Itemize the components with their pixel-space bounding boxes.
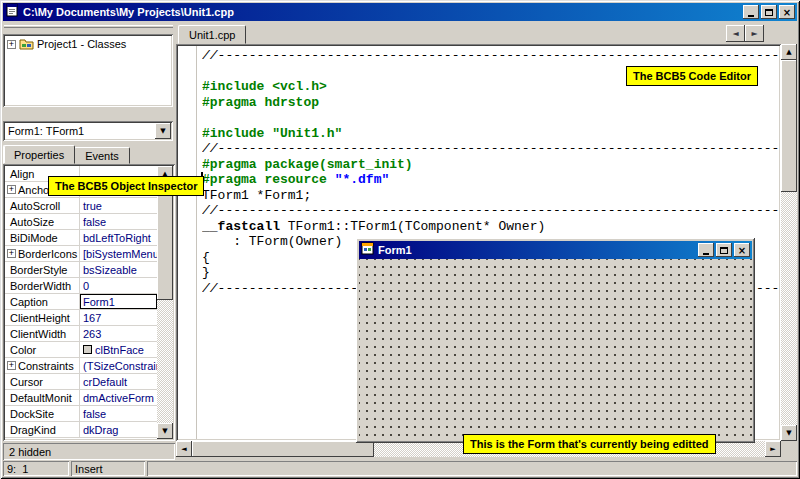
property-value[interactable]: bdLeftToRight	[80, 230, 157, 245]
property-value[interactable]: clBtnFace	[80, 342, 157, 357]
property-row[interactable]: +BorderIcons[biSystemMenu	[5, 246, 157, 262]
property-row[interactable]: ClientWidth263	[5, 326, 157, 342]
title-bar[interactable]: C:\My Documents\My Projects\Unit1.cpp ×	[3, 3, 797, 21]
property-row[interactable]: ColorclBtnFace	[5, 342, 157, 358]
editor-vertical-scrollbar[interactable]: ▲ ▼	[781, 44, 797, 441]
property-name[interactable]: BiDiMode	[5, 230, 80, 245]
minimize-button[interactable]	[743, 5, 759, 19]
property-name[interactable]: Caption	[5, 294, 80, 309]
browse-back-button[interactable]: ◄	[726, 25, 745, 42]
property-name-label: ClientWidth	[10, 328, 66, 340]
property-value[interactable]: 263	[80, 326, 157, 341]
code-line: //--------------------------------------…	[202, 141, 779, 157]
form-designer-window[interactable]: Form1 ×	[356, 238, 755, 443]
property-row[interactable]: AutoSizefalse	[5, 214, 157, 230]
expand-icon[interactable]: +	[7, 249, 16, 258]
form-maximize-button[interactable]	[716, 243, 732, 257]
tooltip-code-editor: The BCB5 Code Editor	[626, 66, 758, 86]
object-selector-value: Form1: TForm1	[8, 125, 155, 137]
tooltip-object-inspector: The BCB5 Object Inspector	[48, 176, 204, 196]
property-name[interactable]: DockSite	[5, 406, 80, 421]
scroll-down-icon[interactable]: ▼	[781, 425, 797, 441]
scrollbar-thumb[interactable]	[781, 60, 797, 192]
scroll-right-icon[interactable]: ►	[765, 441, 781, 457]
property-row[interactable]: BorderStylebsSizeable	[5, 262, 157, 278]
property-value-label: dmActiveForm	[83, 392, 154, 404]
property-name-label: AutoSize	[10, 216, 54, 228]
property-row[interactable]: DockSitefalse	[5, 406, 157, 422]
tree-expand-icon[interactable]: +	[7, 40, 16, 49]
tab-unit1-cpp[interactable]: Unit1.cpp	[178, 25, 246, 44]
property-row[interactable]: +Constraints(TSizeConstrain	[5, 358, 157, 374]
property-name[interactable]: Cursor	[5, 374, 80, 389]
property-value[interactable]: (TSizeConstrain	[80, 358, 157, 373]
property-name[interactable]: BorderWidth	[5, 278, 80, 293]
scroll-up-icon[interactable]: ▲	[781, 44, 797, 60]
property-value-label: clBtnFace	[95, 344, 144, 356]
property-name[interactable]: ClientWidth	[5, 326, 80, 341]
property-row[interactable]: BorderWidth0	[5, 278, 157, 294]
form-title: Form1	[378, 244, 698, 256]
property-row[interactable]: AutoScrolltrue	[5, 198, 157, 214]
property-name[interactable]: DefaultMonit	[5, 390, 80, 405]
inspector-tabs: Properties Events	[3, 145, 130, 164]
property-row[interactable]: BiDiModebdLeftToRight	[5, 230, 157, 246]
property-name[interactable]: ClientHeight	[5, 310, 80, 325]
property-value[interactable]: [biSystemMenu	[80, 246, 157, 261]
property-row[interactable]: CaptionForm1	[5, 294, 157, 310]
property-name[interactable]: +Constraints	[5, 358, 80, 373]
expand-icon[interactable]: +	[7, 361, 16, 370]
scrollbar-thumb[interactable]	[192, 441, 374, 457]
property-value-label: [biSystemMenu	[83, 248, 157, 260]
property-value-label: bsSizeable	[83, 264, 137, 276]
form-title-bar[interactable]: Form1 ×	[359, 241, 752, 259]
property-value[interactable]: bsSizeable	[80, 262, 157, 277]
property-value[interactable]: 0	[80, 278, 157, 293]
browse-forward-button[interactable]: ►	[745, 25, 764, 42]
object-selector[interactable]: Form1: TForm1 ▼	[3, 121, 173, 141]
classes-folder-icon	[19, 38, 34, 50]
property-value[interactable]: true	[80, 198, 157, 213]
dropdown-arrow-icon[interactable]: ▼	[155, 123, 171, 139]
form-close-button[interactable]: ×	[734, 243, 750, 257]
code-line: __fastcall TForm1::TForm1(TComponent* Ow…	[202, 219, 779, 235]
property-grid-scrollbar[interactable]: ▲ ▼	[157, 166, 173, 439]
property-name[interactable]: Color	[5, 342, 80, 357]
property-row[interactable]: CursorcrDefault	[5, 374, 157, 390]
property-name[interactable]: BorderStyle	[5, 262, 80, 277]
close-button[interactable]: ×	[779, 5, 795, 19]
property-name-label: BorderWidth	[10, 280, 71, 292]
property-row[interactable]: DefaultMonitdmActiveForm	[5, 390, 157, 406]
property-name[interactable]: DragKind	[5, 422, 80, 437]
scroll-down-icon[interactable]: ▼	[157, 423, 173, 439]
tab-events[interactable]: Events	[74, 147, 130, 164]
close-icon: ×	[783, 7, 791, 18]
maximize-button[interactable]	[761, 5, 777, 19]
property-name[interactable]: AutoScroll	[5, 198, 80, 213]
class-explorer: + Project1 - Classes	[3, 34, 173, 107]
property-name[interactable]: +BorderIcons	[5, 246, 80, 261]
property-value[interactable]: dmActiveForm	[80, 390, 157, 405]
form-design-surface[interactable]	[359, 259, 752, 440]
code-line: #pragma hdrstop	[202, 95, 779, 111]
property-name-label: ClientHeight	[10, 312, 70, 324]
tree-item-label: Project1 - Classes	[37, 38, 126, 50]
property-value[interactable]: crDefault	[80, 374, 157, 389]
dock-grip[interactable]	[4, 25, 173, 32]
form-minimize-button[interactable]	[698, 243, 714, 257]
property-value[interactable]: dkDrag	[80, 422, 157, 437]
expand-icon[interactable]: +	[7, 185, 16, 194]
property-value[interactable]: 167	[80, 310, 157, 325]
property-row[interactable]: DragKinddkDrag	[5, 422, 157, 438]
tree-item-project1[interactable]: + Project1 - Classes	[7, 38, 173, 50]
property-value[interactable]: false	[80, 406, 157, 421]
scroll-left-icon[interactable]: ◄	[176, 441, 192, 457]
property-value[interactable]: Form1	[80, 294, 157, 309]
hidden-count-bar: 2 hidden	[3, 443, 175, 460]
property-row[interactable]: ClientHeight167	[5, 310, 157, 326]
tab-properties[interactable]: Properties	[3, 145, 75, 164]
scrollbar-thumb[interactable]	[157, 182, 173, 300]
property-value[interactable]: false	[80, 214, 157, 229]
status-panel-spacer	[147, 461, 797, 476]
property-name[interactable]: AutoSize	[5, 214, 80, 229]
